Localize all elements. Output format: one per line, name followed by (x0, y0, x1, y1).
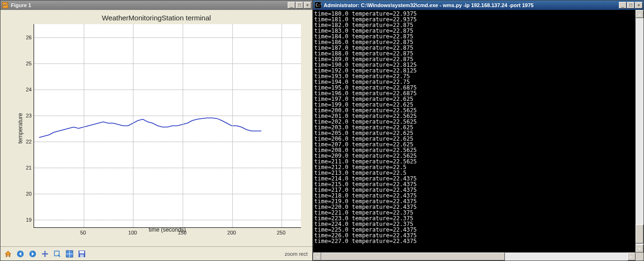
y-tick-label: 21 (22, 165, 32, 171)
figure-toolbar: zoom rect (0, 246, 312, 261)
gridline-h (34, 220, 301, 220)
figure-window: Figure 1 _ □ × WeatherMonitoringStation … (0, 0, 313, 261)
minimize-button[interactable]: _ (288, 2, 295, 9)
plot-area[interactable]: WeatherMonitoringStation terminal temper… (0, 10, 312, 246)
y-tick-label: 23 (22, 113, 32, 118)
figure-titlebar[interactable]: Figure 1 _ □ × (0, 0, 312, 10)
terminal-title: Administrator: C:\Windows\system32\cmd.e… (324, 2, 619, 8)
gridline-h (34, 37, 301, 38)
gridline-v (232, 24, 233, 227)
pan-button[interactable] (39, 248, 51, 260)
terminal-body[interactable]: time=180.0 temperature=22.9375 time=181.… (313, 10, 644, 261)
scroll-track-v[interactable] (635, 18, 644, 244)
maximize-button[interactable]: □ (627, 2, 635, 9)
svg-text:C:\: C:\ (316, 3, 321, 8)
svg-rect-8 (79, 251, 84, 253)
x-tick-label: 150 (177, 230, 187, 235)
home-button[interactable] (2, 248, 14, 260)
maximize-button[interactable]: □ (296, 2, 303, 9)
gridline-h (34, 142, 301, 142)
save-button[interactable] (76, 248, 88, 260)
gridline-v (183, 24, 183, 227)
scroll-left-button[interactable]: ◄ (313, 252, 321, 261)
x-tick-label: 50 (79, 230, 88, 235)
scrollbar-corner (635, 252, 644, 261)
y-tick-label: 22 (22, 139, 32, 144)
toolbar-status: zoom rect (285, 251, 310, 257)
gridline-v (282, 24, 282, 227)
gridline-h (34, 116, 301, 116)
gridline-h (34, 90, 301, 90)
scroll-track-h[interactable] (321, 252, 627, 261)
figure-title: Figure 1 (11, 2, 288, 8)
x-tick-label: 200 (227, 230, 237, 235)
scroll-down-button[interactable]: ▼ (635, 244, 644, 252)
scroll-right-button[interactable]: ► (627, 252, 635, 261)
terminal-titlebar[interactable]: C:\ Administrator: C:\Windows\system32\c… (313, 0, 644, 10)
gridline-h (34, 63, 301, 64)
y-tick-label: 20 (22, 191, 32, 197)
forward-button[interactable] (27, 248, 38, 260)
figure-app-icon (1, 1, 9, 9)
minimize-button[interactable]: _ (619, 2, 626, 9)
svg-rect-9 (80, 254, 84, 257)
scroll-thumb-v[interactable] (635, 225, 644, 243)
horizontal-scrollbar[interactable]: ◄ ► (313, 252, 635, 261)
plot-line (34, 24, 301, 227)
close-button[interactable]: × (304, 2, 311, 9)
cmd-icon: C:\ (314, 1, 322, 9)
y-tick-label: 19 (22, 217, 32, 223)
gridline-v (84, 24, 84, 227)
y-tick-label: 26 (22, 35, 32, 40)
y-tick-label: 24 (22, 87, 32, 92)
plot-title: WeatherMonitoringStation terminal (0, 14, 312, 22)
plot-canvas[interactable] (34, 24, 301, 228)
y-tick-label: 25 (22, 61, 32, 66)
subplot-button[interactable] (64, 248, 75, 260)
terminal-window: C:\ Administrator: C:\Windows\system32\c… (313, 0, 644, 261)
gridline-v (133, 24, 133, 227)
terminal-content: time=180.0 temperature=22.9375 time=181.… (314, 11, 635, 252)
zoom-button[interactable] (52, 248, 63, 260)
scroll-thumb-h[interactable] (321, 252, 505, 261)
scroll-up-button[interactable]: ▲ (635, 10, 644, 18)
gridline-h (34, 194, 301, 194)
x-tick-label: 100 (128, 230, 137, 235)
back-button[interactable] (15, 248, 26, 260)
close-button[interactable]: × (635, 2, 643, 9)
x-tick-label: 250 (276, 230, 286, 235)
vertical-scrollbar[interactable]: ▲ ▼ (635, 10, 644, 252)
gridline-h (34, 168, 301, 168)
